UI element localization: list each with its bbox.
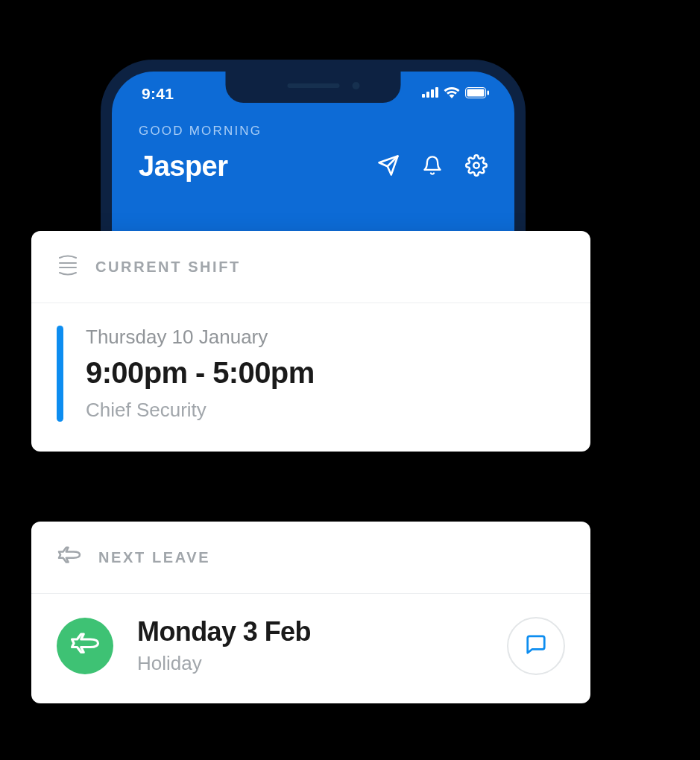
shift-accent-bar (57, 326, 63, 422)
status-icons (407, 86, 489, 101)
leave-info: Monday 3 Feb Holiday (137, 616, 483, 675)
leave-status-badge (57, 618, 113, 674)
plane-icon (57, 545, 82, 569)
leave-type: Holiday (137, 652, 483, 675)
shift-date: Thursday 10 January (86, 326, 565, 349)
svg-rect-3 (435, 87, 438, 98)
bell-icon[interactable] (422, 154, 443, 180)
leave-date: Monday 3 Feb (137, 616, 483, 647)
plane-white-icon (69, 631, 101, 661)
next-leave-header: NEXT LEAVE (31, 522, 590, 594)
shift-time-range: 9:00pm - 5:00pm (86, 356, 565, 390)
next-leave-title: NEXT LEAVE (98, 549, 210, 566)
phone-notch (226, 72, 401, 103)
shift-role: Chief Security (86, 399, 565, 422)
current-shift-header: CURRENT SHIFT (31, 231, 590, 303)
current-shift-title: CURRENT SHIFT (95, 259, 241, 276)
user-name: Jasper (139, 151, 228, 183)
svg-rect-2 (431, 89, 434, 98)
gear-icon[interactable] (465, 154, 488, 180)
svg-rect-1 (426, 92, 429, 98)
header-actions (377, 154, 488, 180)
app-header: GOOD MORNING Jasper (112, 107, 514, 183)
shift-body: Thursday 10 January 9:00pm - 5:00pm Chie… (31, 303, 590, 452)
svg-rect-0 (422, 94, 425, 98)
status-time: 9:41 (142, 85, 224, 103)
svg-rect-6 (488, 90, 490, 95)
chat-button[interactable] (507, 617, 565, 675)
chat-icon (525, 633, 547, 659)
svg-point-7 (473, 162, 479, 168)
greeting-label: GOOD MORNING (139, 124, 488, 139)
cellular-icon (422, 87, 438, 101)
next-leave-card[interactable]: NEXT LEAVE Monday 3 Feb Holiday (31, 522, 590, 703)
svg-rect-5 (467, 89, 485, 96)
shift-info: Thursday 10 January 9:00pm - 5:00pm Chie… (86, 326, 565, 422)
shift-icon (57, 255, 79, 279)
wifi-icon (444, 86, 460, 101)
battery-icon (465, 87, 489, 101)
leave-body: Monday 3 Feb Holiday (31, 594, 590, 703)
current-shift-card[interactable]: CURRENT SHIFT Thursday 10 January 9:00pm… (31, 231, 590, 452)
send-icon[interactable] (377, 154, 400, 180)
